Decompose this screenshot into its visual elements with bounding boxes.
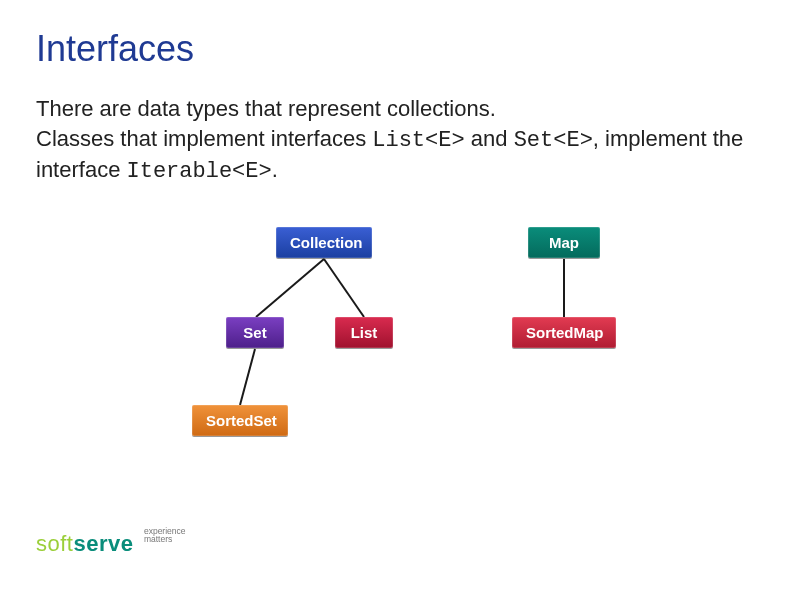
edge-set-sortedset (240, 349, 255, 405)
text-run: and (465, 126, 514, 151)
page-title: Interfaces (36, 28, 764, 70)
footer-logo: softserve experience matters (36, 527, 186, 557)
code-set-e: Set<E> (514, 128, 593, 153)
edge-collection-list (324, 259, 364, 317)
node-list: List (335, 317, 393, 348)
node-set: Set (226, 317, 284, 348)
node-sortedmap: SortedMap (512, 317, 616, 348)
logo-word-soft: soft (36, 530, 73, 555)
text-run: Classes that implement interfaces (36, 126, 372, 151)
edge-collection-set (256, 259, 324, 317)
logo-tagline: experience matters (144, 527, 186, 544)
hierarchy-diagram: Collection Map Set List SortedMap Sorted… (120, 227, 680, 457)
code-iterable-e: Iterable<E> (127, 159, 272, 184)
node-sortedset: SortedSet (192, 405, 288, 436)
text-run: . (272, 157, 278, 182)
code-list-e: List<E> (372, 128, 464, 153)
node-map: Map (528, 227, 600, 258)
tagline-line-2: matters (144, 535, 186, 544)
body-text: There are data types that represent coll… (36, 94, 764, 187)
logo-word-serve: serve (73, 530, 133, 555)
node-collection: Collection (276, 227, 372, 258)
slide: Interfaces There are data types that rep… (0, 0, 800, 600)
paragraph-2: Classes that implement interfaces List<E… (36, 124, 764, 187)
paragraph-1: There are data types that represent coll… (36, 94, 764, 124)
